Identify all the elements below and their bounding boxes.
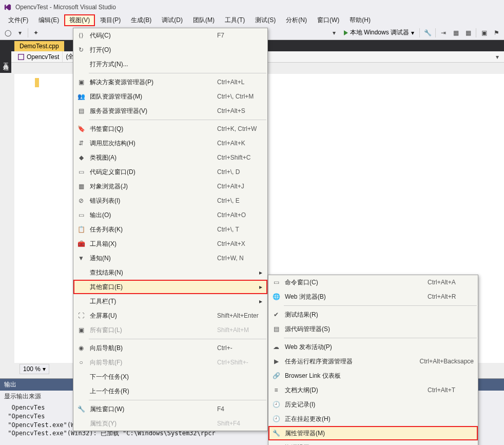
code-icon: ⟨⟩ [75,30,87,41]
menu-item[interactable]: 工具栏(T)▸ [73,294,267,308]
run-label: 本地 Windows 调试器 [350,28,409,37]
menu-item-shortcut: Ctrl+W, N [207,255,263,262]
svg-rect-0 [18,54,24,60]
menu-item[interactable]: 🧰工具箱(X)Ctrl+Alt+X [73,237,267,251]
nav-fwd-icon[interactable]: ▾ [14,27,26,38]
chevron-down-icon: ▾ [496,53,504,61]
nav-project-combo[interactable]: OpencvTest [14,51,63,62]
menu-item-label: 测试结果(R) [282,311,417,319]
toolbox-tab[interactable]: 工具箱 [0,47,11,73]
nav-back-icon[interactable]: ◯ [2,27,13,38]
dropdown-icon[interactable]: ▾ [328,27,340,38]
web-icon: 🌐 [270,291,282,302]
blank-icon [75,371,87,382]
menu-文件(F)[interactable]: 文件(F) [3,14,33,26]
menu-item[interactable]: ▦资源视图(R)Ctrl+Shift+E [268,440,478,445]
menu-item-label: 服务器资源管理器(V) [87,107,207,115]
menu-item-shortcut: Ctrl+- [207,344,263,352]
tb-icon-5[interactable]: ▣ [478,27,490,38]
menu-item[interactable]: 🔧属性管理器(M) [268,426,478,440]
blank-icon [75,418,87,429]
window-title: OpencvTest - Microsoft Visual Studio [15,4,116,11]
menu-item-label: 工具箱(X) [87,240,207,248]
menu-工具(T)[interactable]: 工具(T) [220,14,250,26]
menu-团队(M)[interactable]: 团队(M) [188,14,220,26]
menu-item-shortcut: Ctrl+\, T [207,226,263,233]
menu-分析(N)[interactable]: 分析(N) [281,14,312,26]
menu-item-shortcut: F7 [207,32,263,39]
menu-item[interactable]: ◆类视图(A)Ctrl+Shift+C [73,150,267,165]
menu-调试(D)[interactable]: 调试(D) [157,14,188,26]
menu-item[interactable]: ⟨⟩代码(C)F7 [73,28,267,43]
menu-item[interactable]: ⛶全屏幕(U)Shift+Alt+Enter [73,308,267,323]
menu-item-label: 类视图(A) [87,153,207,162]
menu-item[interactable]: ▭命令窗口(C)Ctrl+Alt+A [268,275,478,289]
menu-item[interactable]: ⇵调用层次结构(H)Ctrl+Alt+K [73,136,267,150]
zoom-value: 100 % [23,365,41,373]
menu-item[interactable]: 👥团队资源管理器(M)Ctrl+\, Ctrl+M [73,89,267,104]
menu-item[interactable]: 打开方式(N)... [73,57,267,71]
menu-item[interactable]: 上一个任务(R) [73,384,267,398]
tb-icon-1[interactable]: 🔧 [422,27,433,38]
tb-icon-2[interactable]: ⇥ [438,27,449,38]
menu-item[interactable]: 🌐Web 浏览器(B)Ctrl+Alt+R [268,289,478,304]
solution-icon: ▣ [75,76,87,88]
view-menu: ⟨⟩代码(C)F7↻打开(O)打开方式(N)...▣解决方案资源管理器(P)Ct… [73,28,268,431]
menu-item[interactable]: ▦对象浏览器(J)Ctrl+Alt+J [73,179,267,194]
menu-item[interactable]: ◉向后导航(B)Ctrl+- [73,341,267,355]
menu-item[interactable]: ▭输出(O)Ctrl+Alt+O [73,208,267,222]
menu-item[interactable]: 下一个任务(X) [73,370,267,384]
tb-icon-4[interactable]: ▦ [462,27,474,38]
menu-item[interactable]: 📋任务列表(K)Ctrl+\, T [73,222,267,237]
menu-item[interactable]: ▤服务器资源管理器(V)Ctrl+Alt+S [73,104,267,118]
menu-item[interactable]: ▼通知(N)Ctrl+W, N [73,251,267,265]
tb-icon-3[interactable]: ▦ [450,27,461,38]
menu-item-shortcut: F4 [207,405,263,413]
menu-item[interactable]: 🕘正在挂起更改(H) [268,412,478,426]
menu-item[interactable]: 🔧属性窗口(W)F4 [73,402,267,416]
menu-item[interactable]: 查找结果(N)▸ [73,265,267,280]
zoom-control[interactable]: 100 % ▾ [20,364,49,374]
flag-icon[interactable]: ⚑ [491,27,502,38]
menu-item-label: 打开方式(N)... [87,60,207,69]
document-tab-active[interactable]: DemoTest.cpp [14,41,64,51]
menu-生成(B)[interactable]: 生成(B) [126,14,157,26]
menu-item[interactable]: 🕘历史记录(I) [268,397,478,412]
menu-item[interactable]: 🔗Browser Link 仪表板 [268,369,478,383]
menu-separator [89,339,266,339]
menu-视图(V)[interactable]: 视图(V) [64,14,95,26]
start-debug-button[interactable]: 本地 Windows 调试器 ▾ [341,27,417,38]
class-icon: ◆ [75,152,87,163]
menu-编辑(E)[interactable]: 编辑(E) [33,14,64,26]
menu-item[interactable]: ▤源代码管理器(S) [268,322,478,336]
menu-item[interactable]: ⊘错误列表(I)Ctrl+\, E [73,194,267,208]
wrench-icon: 🔧 [270,428,282,439]
menu-item[interactable]: ≡文档大纲(D)Ctrl+Alt+T [268,383,478,397]
webpub-icon: ☁ [270,341,282,353]
menu-测试(S)[interactable]: 测试(S) [250,14,281,26]
menubar: 文件(F)编辑(E)视图(V)项目(P)生成(B)调试(D)团队(M)工具(T)… [0,14,504,26]
blank-icon [75,281,87,293]
menu-项目(P)[interactable]: 项目(P) [95,14,126,26]
menu-item-label: 正在挂起更改(H) [282,415,417,423]
menu-item[interactable]: 🔖书签窗口(Q)Ctrl+K, Ctrl+W [73,122,267,136]
menu-窗口(W)[interactable]: 窗口(W) [312,14,344,26]
wrench-icon: 🔧 [75,403,87,415]
menu-item-shortcut: Ctrl+\, Ctrl+M [207,93,263,100]
new-item-icon[interactable]: ✦ [30,27,42,38]
submenu-arrow-icon: ▸ [258,269,263,276]
menu-item-shortcut: Ctrl+Alt+A [417,279,474,286]
menu-item[interactable]: ☁Web 发布活动(P) [268,340,478,354]
menu-item[interactable]: 其他窗口(E)▸ [73,280,267,294]
notify-icon: ▼ [75,253,87,264]
menu-item[interactable]: ▭代码定义窗口(D)Ctrl+\, D [73,165,267,179]
menu-item[interactable]: ✔测试结果(R) [268,307,478,322]
menu-item-label: 书签窗口(Q) [87,125,207,133]
menu-帮助(H)[interactable]: 帮助(H) [344,14,376,26]
menu-item[interactable]: ▣解决方案资源管理器(P)Ctrl+Alt+L [73,75,267,89]
taskrun-icon: ▶ [270,356,282,367]
menu-item-label: 属性管理器(M) [282,429,417,438]
menu-item[interactable]: ↻打开(O) [73,43,267,57]
menu-item[interactable]: ▶任务运行程序资源管理器Ctrl+Alt+Backsapce [268,354,478,369]
scm-icon: ▤ [270,323,282,335]
